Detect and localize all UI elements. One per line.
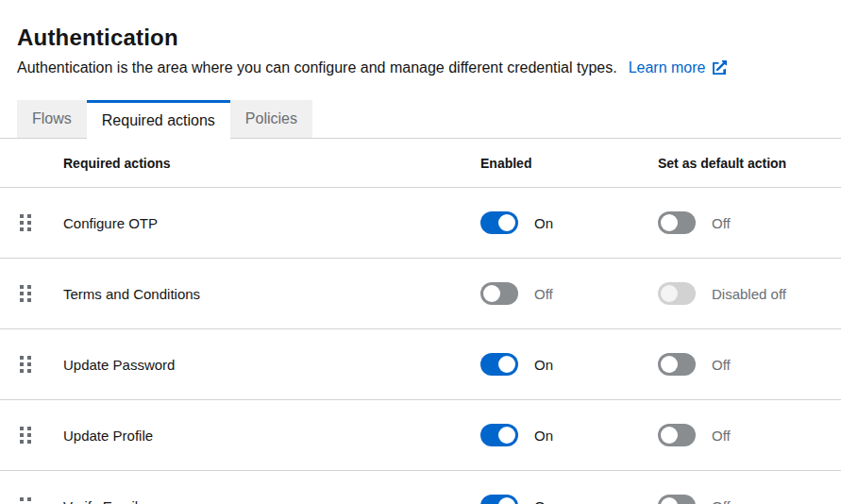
- enabled-cell: On: [480, 353, 658, 376]
- toggle-knob: [498, 497, 515, 504]
- default-action-toggle[interactable]: [658, 353, 696, 376]
- default-action-cell: Off: [658, 353, 841, 376]
- page-subtitle: Authentication is the area where you can…: [17, 59, 617, 76]
- enabled-toggle[interactable]: [480, 282, 518, 305]
- enabled-toggle-label: On: [534, 428, 553, 444]
- toggle-knob: [661, 497, 678, 504]
- default-action-toggle[interactable]: [658, 495, 696, 504]
- default-action-toggle[interactable]: [658, 211, 696, 234]
- action-name: Update Profile: [63, 428, 153, 444]
- external-link-icon[interactable]: [713, 60, 727, 79]
- default-action-toggle-label: Off: [712, 428, 731, 444]
- enabled-cell: On: [480, 211, 658, 234]
- action-name: Update Password: [63, 357, 175, 373]
- enabled-toggle-label: Off: [534, 286, 553, 302]
- action-name-cell: Verify Email: [63, 498, 480, 504]
- learn-more-label: Learn more: [629, 59, 706, 76]
- table-row: Update Password On Off: [0, 329, 841, 400]
- enabled-toggle-label: On: [534, 215, 553, 231]
- default-action-cell: Off: [658, 211, 841, 234]
- default-action-toggle-label: Off: [712, 357, 731, 373]
- toggle-knob: [498, 427, 515, 444]
- enabled-toggle[interactable]: [480, 353, 518, 376]
- toggle-knob: [483, 285, 500, 302]
- toggle-knob: [498, 214, 515, 231]
- toggle-knob: [498, 356, 515, 373]
- page-title: Authentication: [17, 25, 818, 50]
- toggle-knob: [661, 356, 678, 373]
- learn-more-link[interactable]: Learn more: [629, 59, 727, 76]
- drag-handle-icon[interactable]: [20, 356, 32, 373]
- action-name-cell: Terms and Conditions: [63, 286, 480, 302]
- toggle-knob: [661, 214, 678, 231]
- column-header-required-actions: Required actions: [63, 156, 480, 171]
- enabled-toggle-label: On: [534, 498, 553, 504]
- enabled-toggle[interactable]: [480, 424, 518, 446]
- enabled-toggle[interactable]: [480, 211, 518, 234]
- tab-policies[interactable]: Policies: [230, 100, 312, 138]
- default-action-toggle-label: Off: [712, 215, 731, 231]
- grip-cell: [0, 214, 63, 231]
- enabled-toggle[interactable]: [480, 495, 518, 504]
- default-action-toggle-label: Off: [712, 498, 731, 504]
- default-action-cell: Off: [658, 495, 841, 504]
- page-header: Authentication Authentication is the are…: [0, 0, 841, 79]
- enabled-cell: On: [480, 424, 658, 446]
- action-name: Terms and Conditions: [63, 286, 200, 302]
- required-actions-table: Required actions Enabled Set as default …: [0, 139, 841, 504]
- table-header-row: Required actions Enabled Set as default …: [0, 139, 841, 188]
- tab-flows[interactable]: Flows: [17, 100, 87, 138]
- drag-handle-icon[interactable]: [20, 427, 32, 444]
- table-row: Configure OTP On Off: [0, 188, 841, 259]
- action-name-cell: Configure OTP: [63, 215, 480, 231]
- grip-cell: [0, 427, 63, 444]
- toggle-knob: [661, 285, 678, 302]
- drag-handle-icon[interactable]: [20, 285, 32, 302]
- column-header-set-as-default-action: Set as default action: [658, 156, 841, 171]
- tab-required-actions[interactable]: Required actions: [87, 100, 230, 139]
- default-action-cell: Disabled off: [658, 282, 841, 305]
- action-name-cell: Update Password: [63, 357, 480, 373]
- default-action-cell: Off: [658, 424, 841, 446]
- action-name: Verify Email: [63, 498, 138, 504]
- default-action-toggle[interactable]: [658, 424, 696, 446]
- page-subtitle-line: Authentication is the area where you can…: [17, 59, 818, 79]
- toggle-knob: [661, 427, 678, 444]
- table-body: Configure OTP On Off Terms and Condition…: [0, 188, 841, 504]
- enabled-cell: On: [480, 495, 658, 504]
- default-action-toggle: [658, 282, 696, 305]
- drag-handle-icon[interactable]: [20, 497, 32, 504]
- grip-cell: [0, 356, 63, 373]
- table-row: Terms and Conditions Off Disabled off: [0, 259, 841, 329]
- action-name-cell: Update Profile: [63, 428, 480, 444]
- table-row: Update Profile On Off: [0, 400, 841, 471]
- enabled-cell: Off: [480, 282, 658, 305]
- table-row: Verify Email On Off: [0, 471, 841, 504]
- tabs: FlowsRequired actionsPolicies: [0, 100, 841, 139]
- drag-handle-icon[interactable]: [20, 214, 32, 231]
- grip-cell: [0, 285, 63, 302]
- default-action-toggle-label: Disabled off: [712, 286, 786, 302]
- action-name: Configure OTP: [63, 215, 158, 231]
- enabled-toggle-label: On: [534, 357, 553, 373]
- grip-cell: [0, 497, 63, 504]
- column-header-enabled: Enabled: [480, 156, 658, 171]
